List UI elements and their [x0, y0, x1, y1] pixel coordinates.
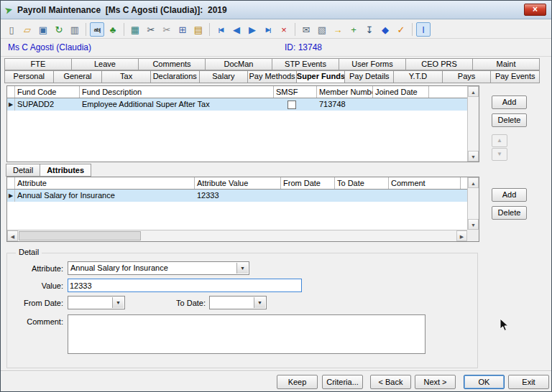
chevron-down-icon[interactable]: ▼ — [236, 263, 248, 274]
chevron-down-icon[interactable]: ▼ — [112, 297, 124, 308]
import-icon[interactable]: ↧ — [362, 22, 377, 37]
nav-first-icon[interactable]: |◀ — [213, 22, 228, 37]
exit-button[interactable]: Exit — [508, 375, 549, 389]
back-button[interactable]: < Back — [370, 375, 411, 389]
cut-rows-icon[interactable]: ✂ — [144, 22, 158, 37]
copy-icon[interactable]: ⊞ — [175, 22, 190, 37]
comment-textarea[interactable] — [68, 314, 426, 354]
tab-general[interactable]: General — [53, 70, 103, 83]
funds-grid-column-header[interactable]: Fund Description — [80, 86, 274, 98]
funds-grid-cell: SUPADD2 — [15, 98, 80, 111]
message-icon[interactable]: ✉ — [299, 22, 313, 37]
tab-leave[interactable]: Leave — [71, 58, 139, 70]
nav-next-icon[interactable]: ▶ — [245, 22, 259, 37]
move-down-button[interactable]: ▼ — [492, 148, 507, 161]
grid-icon[interactable]: ▦ — [128, 22, 142, 37]
tab-stp-events[interactable]: STP Events — [272, 58, 339, 70]
refresh-icon[interactable]: ↻ — [52, 22, 66, 37]
close-button[interactable]: × — [524, 4, 546, 16]
subtab-detail[interactable]: Detail — [6, 164, 40, 177]
tab-tax[interactable]: Tax — [101, 70, 151, 83]
delete-icon[interactable]: × — [277, 22, 291, 37]
attributes-grid-cell — [389, 190, 461, 202]
report-icon[interactable]: ▧ — [315, 22, 329, 37]
scroll-up-icon[interactable]: ▲ — [468, 177, 479, 188]
nav-prev-icon[interactable]: ◀ — [229, 22, 244, 37]
attributes-grid-column-header[interactable]: From Date — [281, 177, 335, 189]
tab-declarations[interactable]: Declarations — [150, 70, 200, 83]
attach-icon[interactable]: + — [346, 22, 361, 37]
funds-grid-scrollbar[interactable]: ▲ ▼ — [467, 86, 479, 162]
tab-ceo-prs[interactable]: CEO PRS — [405, 58, 473, 70]
scroll-up-icon[interactable]: ▲ — [468, 86, 479, 97]
attributes-grid-scrollbar[interactable]: ▲ ▼ — [467, 177, 479, 230]
tab-salary[interactable]: Salary — [199, 70, 249, 83]
app-icon: ➤ — [4, 4, 13, 15]
scrollbar-corner — [467, 230, 479, 241]
attributes-grid-column-header[interactable]: Attribute Value — [195, 177, 281, 189]
value-input[interactable] — [68, 279, 302, 292]
funds-grid-column-header[interactable]: Joined Date — [373, 86, 429, 98]
tab-super-funds[interactable]: Super Funds — [296, 70, 346, 83]
scissors-icon[interactable]: ✂ — [160, 22, 174, 37]
attributes-grid-cell-filler — [461, 190, 467, 202]
scroll-right-icon[interactable]: ▶ — [456, 230, 467, 241]
tab-pay-details[interactable]: Pay Details — [344, 70, 394, 83]
export-icon[interactable]: → — [331, 22, 345, 37]
tab-fte[interactable]: FTE — [4, 58, 72, 70]
tab-y-t-d[interactable]: Y.T.D — [393, 70, 443, 83]
attributes-add-button[interactable]: Add — [492, 188, 527, 202]
funds-grid: Fund CodeFund DescriptionSMSFMember Numb… — [6, 85, 479, 162]
nav-last-icon[interactable]: ▶| — [261, 22, 275, 37]
scroll-left-icon[interactable]: ◀ — [7, 230, 18, 241]
scroll-down-icon[interactable]: ▼ — [468, 151, 479, 162]
tab-row-1: FTELeaveCommentsDocManSTP EventsUser For… — [5, 58, 540, 70]
funds-grid-rows: ▶SUPADD2Employee Additional Super After … — [7, 98, 467, 111]
tab-personal[interactable]: Personal — [4, 70, 54, 83]
next-button[interactable]: Next > — [415, 375, 456, 389]
attribute-combobox[interactable]: Annual Salary for Insurance ▼ — [68, 261, 249, 275]
ok-button[interactable]: OK — [464, 375, 505, 389]
subtab-attributes[interactable]: Attributes — [40, 164, 91, 177]
attributes-grid-column-header[interactable]: To Date — [335, 177, 389, 189]
funds-grid-column-header[interactable]: Fund Code — [15, 86, 80, 98]
funds-grid-column-header[interactable]: Member Number — [317, 86, 373, 98]
attributes-delete-button[interactable]: Delete — [492, 206, 527, 220]
tab-pay-methods[interactable]: Pay Methods — [247, 70, 297, 83]
funds-add-button[interactable]: Add — [492, 95, 527, 109]
pin-icon[interactable]: I — [416, 22, 431, 37]
tab-docman[interactable]: DocMan — [205, 58, 272, 70]
tag-icon[interactable]: ◆ — [378, 22, 392, 37]
tab-user-forms[interactable]: User Forms — [339, 58, 406, 70]
attributes-grid-row[interactable]: ▶Annual Salary for Insurance12333 — [7, 190, 467, 202]
attributes-grid-column-header[interactable]: Attribute — [15, 177, 195, 189]
to-date-combobox[interactable]: ▼ — [209, 296, 267, 309]
field-edit-icon[interactable]: ab| — [90, 22, 104, 37]
tab-pays[interactable]: Pays — [442, 70, 492, 83]
smsf-checkbox[interactable] — [288, 101, 296, 109]
paste-icon[interactable]: ▤ — [191, 22, 206, 37]
save-icon[interactable]: ▣ — [36, 22, 50, 37]
attributes-grid-cell: 12333 — [195, 190, 281, 202]
scroll-down-icon[interactable]: ▼ — [468, 219, 479, 230]
move-up-button[interactable]: ▲ — [492, 134, 507, 147]
attributes-grid-column-header[interactable]: Comment — [389, 177, 461, 189]
tab-pay-events[interactable]: Pay Events — [490, 70, 540, 83]
funds-grid-column-header[interactable]: SMSF — [274, 86, 317, 98]
spell-check-icon[interactable]: ✓ — [394, 22, 408, 37]
tab-maint[interactable]: Maint — [472, 58, 540, 70]
chevron-down-icon[interactable]: ▼ — [254, 297, 265, 308]
hscroll-thumb[interactable] — [19, 231, 141, 241]
funds-grid-row[interactable]: ▶SUPADD2Employee Additional Super After … — [7, 98, 467, 111]
from-date-combobox[interactable]: ▼ — [68, 296, 125, 309]
new-document-icon[interactable]: ▯ — [4, 22, 19, 37]
funds-delete-button[interactable]: Delete — [492, 113, 527, 127]
tree-icon[interactable]: ♣ — [106, 22, 120, 37]
attributes-grid-hscrollbar[interactable]: ◀ ▶ — [7, 230, 467, 241]
criteria-button[interactable]: Criteria... — [322, 375, 363, 389]
titlebar[interactable]: ➤ Payroll Maintenance [Ms C Agosti (Clau… — [1, 1, 551, 19]
keep-button[interactable]: Keep — [277, 375, 318, 389]
tab-comments[interactable]: Comments — [138, 58, 206, 70]
open-folder-icon[interactable]: ▱ — [20, 22, 34, 37]
print-icon[interactable]: ▥ — [68, 22, 82, 37]
